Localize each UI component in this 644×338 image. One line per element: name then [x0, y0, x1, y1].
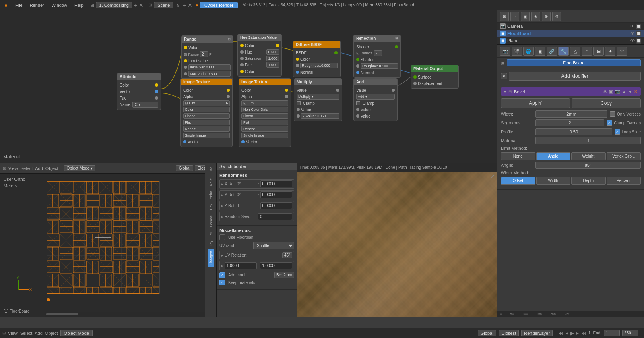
- scene-name[interactable]: Scene: [154, 2, 173, 8]
- add-modif-checkbox[interactable]: ✓: [219, 272, 225, 278]
- fb-render-icon[interactable]: 🔲: [636, 31, 642, 36]
- clamp-checkbox[interactable]: [297, 101, 301, 105]
- apply-btn[interactable]: ApplY: [501, 98, 570, 108]
- range-initial[interactable]: Initial val: 0.800: [188, 64, 231, 70]
- timeline-end-input[interactable]: [622, 330, 638, 336]
- y-rot-input[interactable]: [260, 191, 292, 198]
- limit-angle-btn[interactable]: Angle: [536, 152, 571, 160]
- h-scrollbar[interactable]: [45, 312, 211, 317]
- closest-btn[interactable]: Closest: [499, 330, 519, 336]
- render-maximize-btn[interactable]: ⤢: [490, 173, 495, 180]
- add-modifier-expand[interactable]: ▾: [501, 73, 507, 79]
- uv-rand-select[interactable]: Shuffle Random None: [253, 242, 294, 249]
- material-input[interactable]: -1: [535, 137, 641, 144]
- menu-file[interactable]: File: [12, 2, 26, 8]
- workspace-btn[interactable]: 1. Compositing: [96, 2, 132, 8]
- fb-vis-icon[interactable]: 👁: [630, 31, 635, 36]
- img-tex2-elm[interactable]: ⊡ Elm: [242, 100, 288, 106]
- img-tex1-elm[interactable]: ⊡ Elm F: [183, 100, 230, 106]
- object-mode-select[interactable]: Object Mode ▾: [64, 165, 95, 171]
- x-rot-input[interactable]: [260, 180, 292, 187]
- extension-1[interactable]: Repeat: [183, 126, 230, 132]
- source-2[interactable]: Single Image: [242, 133, 288, 138]
- uv-add-menu[interactable]: Add: [35, 166, 43, 171]
- bottom-object-menu[interactable]: Object: [45, 331, 58, 336]
- limit-vertex-btn[interactable]: Vertex Gro...: [607, 152, 641, 160]
- width-width-btn[interactable]: Width: [536, 177, 571, 185]
- render-layer-btn[interactable]: RenderLayer: [521, 330, 553, 336]
- camera-render-icon[interactable]: 🔲: [636, 24, 642, 29]
- rp-icon-6[interactable]: ⚙: [552, 12, 561, 21]
- sat-val[interactable]: 1.000: [266, 56, 279, 61]
- random-seed-input[interactable]: [258, 213, 292, 220]
- rp-icon-3[interactable]: ▣: [521, 12, 530, 21]
- bevel-up-btn[interactable]: ▲: [622, 89, 626, 94]
- only-vertices-checkbox[interactable]: [610, 111, 615, 117]
- profile-input[interactable]: 0.50: [535, 128, 612, 135]
- multiply-dropdown[interactable]: Multiply ▾: [297, 94, 339, 100]
- outliner-floorboard[interactable]: ▣ FloorBoard 👁 🔲: [497, 30, 644, 37]
- bevel-vis-btn[interactable]: 👁: [603, 89, 607, 94]
- props-material-icon[interactable]: ○: [582, 47, 592, 56]
- rp-icon-2[interactable]: ○: [510, 12, 519, 21]
- color-space-1[interactable]: Color: [183, 107, 230, 112]
- scale-y-input[interactable]: [260, 262, 292, 269]
- active-object-name[interactable]: FloorBoard: [507, 59, 641, 66]
- rp-icon-1[interactable]: ⊞: [500, 12, 509, 21]
- hue-val[interactable]: 0.500: [266, 49, 279, 55]
- add-dropdown[interactable]: Add ▾: [356, 94, 395, 100]
- props-world-icon[interactable]: 🌐: [523, 47, 534, 56]
- tab-grease[interactable]: Grease: [208, 213, 214, 229]
- h-scrollbar-thumb[interactable]: [46, 313, 78, 315]
- props-render-icon[interactable]: 📷: [500, 47, 510, 56]
- props-constraint-icon[interactable]: 🔗: [547, 47, 557, 56]
- range-max[interactable]: Max varia: 0.300: [188, 71, 231, 77]
- global-btn[interactable]: Global: [478, 330, 496, 336]
- interpolation-1[interactable]: Linear: [183, 113, 230, 119]
- props-texture-icon[interactable]: ⊞: [593, 47, 604, 56]
- reflect-val[interactable]: 2: [374, 50, 382, 56]
- props-physics-icon[interactable]: 〰: [617, 47, 627, 56]
- tab-floorgen[interactable]: Floorgen: [208, 249, 214, 267]
- bottom-add-menu[interactable]: Add: [35, 331, 43, 336]
- props-data-icon[interactable]: △: [570, 47, 580, 56]
- projection-2[interactable]: Flat: [242, 120, 288, 125]
- interpolation-2[interactable]: Linear: [242, 113, 288, 119]
- uv-view-menu[interactable]: View: [8, 166, 18, 171]
- tab-cre[interactable]: Cre: [208, 165, 214, 175]
- props-particle-icon[interactable]: ✦: [605, 47, 615, 56]
- clamp-overlap-checkbox[interactable]: [607, 120, 612, 126]
- outliner-plane[interactable]: ▣ Plane 👁 🔲: [497, 37, 644, 44]
- timeline-end-icon[interactable]: ⏭: [581, 330, 586, 336]
- props-scene-icon[interactable]: 🎬: [512, 47, 522, 56]
- roughness-val[interactable]: Roughness:0.000: [300, 63, 338, 68]
- add-modif-value[interactable]: Be: 2mm: [274, 272, 294, 278]
- tab-lay[interactable]: Lay: [208, 238, 214, 249]
- add-clamp-checkbox[interactable]: [356, 101, 360, 105]
- timeline-next-icon[interactable]: ▸: [576, 330, 579, 336]
- menu-render[interactable]: Render: [27, 2, 47, 8]
- bottom-select-menu[interactable]: Select: [20, 331, 33, 336]
- props-object-icon[interactable]: ▣: [535, 47, 545, 56]
- menu-help[interactable]: Help: [71, 2, 87, 8]
- uv-select-menu[interactable]: Select: [21, 166, 33, 171]
- angle-input[interactable]: 85°: [535, 162, 641, 169]
- timeline-start-icon[interactable]: ⏮: [558, 330, 563, 336]
- timeline-frame-input[interactable]: [604, 330, 620, 336]
- uv-rotation-value[interactable]: 45°: [282, 252, 292, 258]
- uv-object-menu[interactable]: Object: [45, 166, 58, 171]
- extension-2[interactable]: Repeat: [242, 126, 288, 132]
- width-depth-btn[interactable]: Depth: [571, 177, 606, 185]
- menu-window[interactable]: Window: [48, 2, 70, 8]
- width-offset-btn[interactable]: Offset: [501, 177, 535, 185]
- bottom-view-menu[interactable]: View: [8, 331, 18, 336]
- tab-relat[interactable]: Relat: [208, 176, 214, 188]
- limit-weight-btn[interactable]: Weight: [571, 152, 606, 160]
- timeline-play-icon[interactable]: ▶: [570, 330, 574, 336]
- render-engine-btn[interactable]: Cycles Render: [200, 2, 238, 8]
- source-1[interactable]: Single Image: [183, 133, 230, 138]
- camera-vis-icon[interactable]: 👁: [630, 24, 635, 29]
- outliner-camera[interactable]: 📷 Camera 👁 🔲: [497, 23, 644, 30]
- tab-anim[interactable]: Anim: [208, 189, 214, 201]
- segments-input[interactable]: 2: [535, 119, 604, 126]
